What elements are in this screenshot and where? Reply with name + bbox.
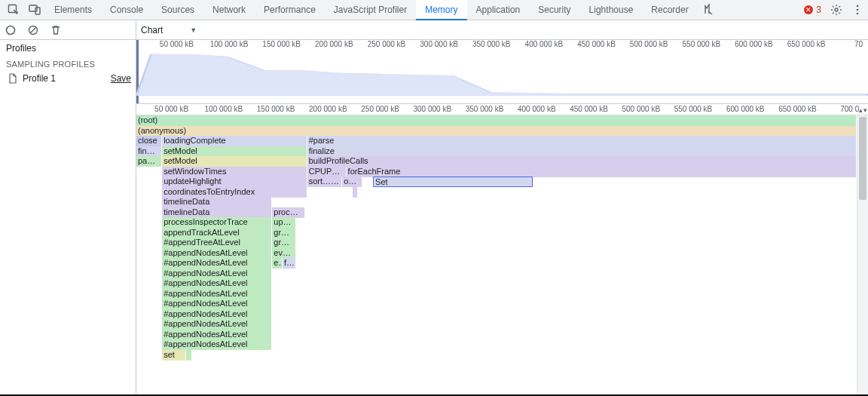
flame-segment[interactable]: coordinatesToEntryIndex	[162, 187, 307, 198]
flame-segment[interactable]: #appendTreeAtLevel	[162, 238, 272, 248]
flame-segment[interactable]: proc…ata	[272, 207, 305, 218]
ruler-tick: 500 000 kB	[622, 105, 660, 113]
flame-segment[interactable]: setModel	[162, 156, 307, 167]
flame-segment[interactable]: #appendNodesAtLevel	[162, 309, 272, 320]
chevron-down-icon: ▼	[190, 26, 197, 34]
vertical-scrollbar[interactable]	[857, 115, 868, 394]
tab-performance[interactable]: Performance	[255, 0, 325, 20]
flame-segment[interactable]: finalize	[307, 146, 857, 157]
error-badge[interactable]: ✕ 3	[799, 0, 826, 20]
flame-segment[interactable]: (anonymous)	[136, 126, 857, 137]
flame-row: processInspectorTraceup…up	[136, 217, 857, 227]
flame-segment[interactable]: forEachFrame	[347, 167, 857, 177]
flame-segment[interactable]: buildProfileCalls	[307, 156, 857, 167]
flame-segment[interactable]: f…r	[283, 258, 296, 269]
kebab-icon[interactable]	[847, 0, 868, 20]
flame-chart[interactable]: (root)(anonymous)closeloadingComplete#pa…	[136, 115, 868, 394]
flame-segment[interactable]	[353, 187, 358, 198]
flame-segment[interactable]: sort…ples	[307, 177, 342, 187]
flame-row: pa…atsetModelbuildProfileCalls	[136, 156, 857, 166]
ruler-tick: 200 000 kB	[309, 105, 347, 113]
tab-lighthouse[interactable]: Lighthouse	[580, 0, 643, 20]
flame-segment[interactable]: (root)	[136, 115, 857, 126]
flame-segment[interactable]: setWindowTimes	[162, 167, 307, 177]
tab-security[interactable]: Security	[529, 0, 579, 20]
flame-segment[interactable]: #appendNodesAtLevel	[162, 330, 272, 340]
flame-segment[interactable]: Set	[373, 177, 533, 187]
flame-segment[interactable]: #appendNodesAtLevel	[162, 299, 272, 309]
timeline-ruler[interactable]: 50 000 kB100 000 kB150 000 kB200 000 kB2…	[136, 104, 868, 115]
flame-segment[interactable]: #parse	[307, 136, 857, 146]
ruler-tick: 100 000 kB	[205, 105, 243, 113]
delete-icon[interactable]	[50, 24, 62, 36]
flame-row: (anonymous)	[136, 126, 857, 136]
flame-segment[interactable]: e…	[272, 258, 283, 269]
flame-row: updateHighlightsort…pleso…kSet	[136, 177, 857, 186]
tab-memory[interactable]: Memory	[416, 0, 466, 20]
flame-segment[interactable]: #appendNodesAtLevel	[162, 248, 272, 259]
ruler-tick: 400 000 kB	[525, 40, 564, 48]
tab-console[interactable]: Console	[101, 0, 152, 20]
flame-row: #appendNodesAtLevel	[136, 299, 857, 309]
ruler-tick: 400 000 kB	[518, 105, 556, 113]
profiles-heading: Profiles	[0, 40, 136, 55]
ruler-tick: 300 000 kB	[413, 105, 451, 113]
flame-segment[interactable]: loadingComplete	[162, 136, 307, 146]
flame-row: (root)	[136, 115, 857, 125]
flame-segment[interactable]: #appendNodesAtLevel	[162, 278, 272, 289]
scrollbar-thumb[interactable]	[859, 117, 866, 200]
tab-application[interactable]: Application	[467, 0, 530, 20]
flame-row: #appendTreeAtLevelgr…ew	[136, 238, 857, 247]
view-select[interactable]: Chart ▼	[141, 25, 197, 35]
inspect-icon[interactable]	[3, 0, 24, 20]
flame-segment[interactable]: #appendNodesAtLevel	[162, 339, 272, 350]
device-toggle-icon[interactable]	[24, 0, 45, 20]
flame-row: #appendNodesAtLevel	[136, 339, 857, 349]
flame-segment[interactable]: ev…ew	[272, 248, 295, 259]
flame-segment[interactable]: close	[136, 136, 162, 146]
svg-point-4	[857, 5, 859, 8]
sampling-profiles-heading: SAMPLING PROFILES	[0, 55, 136, 70]
flame-segment[interactable]	[186, 350, 192, 361]
tab-recorder[interactable]: Recorder	[642, 0, 697, 20]
tab-network[interactable]: Network	[203, 0, 255, 20]
flame-segment[interactable]: processInspectorTrace	[162, 217, 272, 228]
flame-segment[interactable]: timelineData	[162, 207, 272, 218]
profiles-sidebar: Profiles SAMPLING PROFILES Profile 1 Sav…	[0, 40, 136, 394]
profile-save-link[interactable]: Save	[111, 73, 131, 84]
flame-row: timelineData	[136, 197, 857, 207]
settings-icon[interactable]	[826, 0, 847, 20]
flame-segment[interactable]: #appendNodesAtLevel	[162, 258, 272, 269]
ruler-tick: 550 000 kB	[683, 40, 721, 48]
flame-segment[interactable]: timelineData	[162, 197, 272, 207]
tab-sources[interactable]: Sources	[152, 0, 203, 20]
flame-segment[interactable]: setModel	[162, 146, 307, 157]
recorder-beta-icon	[698, 0, 719, 20]
tab-javascript-profiler[interactable]: JavaScript Profiler	[325, 0, 416, 20]
flame-segment[interactable]: gro…ts	[272, 228, 295, 238]
svg-line-9	[30, 27, 36, 33]
ruler-tick: 550 000 kB	[674, 105, 713, 113]
flame-segment[interactable]: CPUP…del	[307, 167, 347, 177]
ruler-tick: 600 000 kB	[726, 105, 765, 113]
flame-segment[interactable]: updateHighlight	[162, 177, 307, 187]
flame-segment[interactable]: #appendNodesAtLevel	[162, 269, 272, 279]
profile-item[interactable]: Profile 1 Save	[0, 70, 136, 87]
flame-segment[interactable]: gr…ew	[272, 238, 295, 248]
flame-segment[interactable]: fin…ce	[136, 146, 162, 157]
ruler-tick: 650 000 kB	[778, 105, 817, 113]
tab-elements[interactable]: Elements	[45, 0, 101, 20]
flame-segment[interactable]: up…up	[272, 217, 295, 228]
svg-point-5	[857, 9, 859, 11]
flame-segment[interactable]: appendTrackAtLevel	[162, 228, 272, 238]
record-icon[interactable]	[5, 24, 17, 36]
ruler-tick: 100 000 kB	[210, 40, 249, 48]
block-icon[interactable]	[27, 24, 39, 36]
flame-segment[interactable]: o…k	[342, 177, 362, 187]
flame-segment[interactable]: set	[162, 350, 185, 361]
flame-segment[interactable]: pa…at	[136, 156, 162, 167]
ruler-collapse-arrows[interactable]: ▴▾	[859, 104, 868, 115]
flame-segment[interactable]: #appendNodesAtLevel	[162, 319, 272, 330]
flame-segment[interactable]: #appendNodesAtLevel	[162, 289, 272, 299]
overview-chart[interactable]: 50 000 kB100 000 kB150 000 kB200 000 kB2…	[136, 40, 868, 104]
